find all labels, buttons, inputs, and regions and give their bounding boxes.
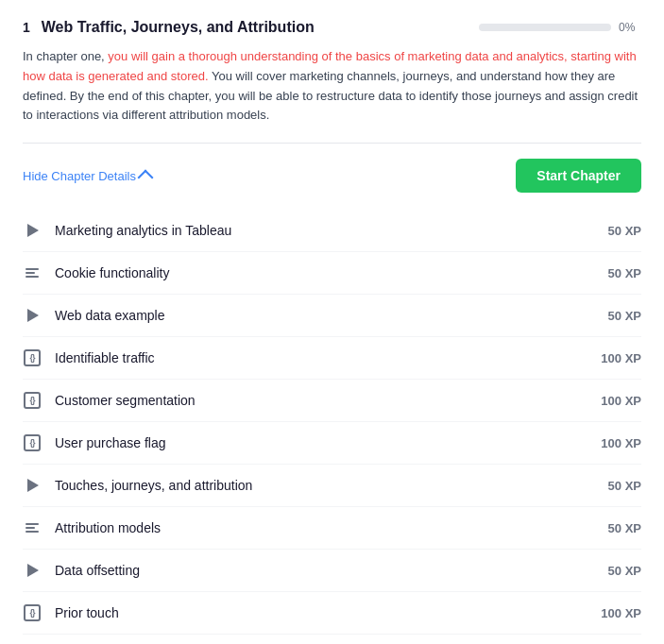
progress-bar-background xyxy=(479,24,611,31)
list-item[interactable]: Identifiable traffic100 XP xyxy=(23,337,641,380)
list-item[interactable]: Touches, journeys, and attribution50 XP xyxy=(23,465,641,507)
lesson-xp: 50 XP xyxy=(585,266,641,280)
list-item[interactable]: Next touch100 XP xyxy=(23,635,641,644)
list-item[interactable]: Cookie functionality50 XP xyxy=(23,252,641,295)
list-item[interactable]: Customer segmentation100 XP xyxy=(23,380,641,422)
play-icon xyxy=(27,479,39,492)
progress-label: 0% xyxy=(619,21,641,34)
lessons-list: Marketing analytics in Tableau50 XPCooki… xyxy=(23,210,641,644)
list-item[interactable]: Prior touch100 XP xyxy=(23,592,641,635)
lesson-name: Attribution models xyxy=(55,520,571,535)
lesson-name: Web data example xyxy=(55,308,571,323)
list-item[interactable]: Web data example50 XP xyxy=(23,295,641,337)
lesson-xp: 50 XP xyxy=(585,479,641,493)
chapter-number: 1 xyxy=(23,20,30,35)
chapter-controls: Hide Chapter Details Start Chapter xyxy=(23,159,641,193)
play-icon xyxy=(27,224,39,237)
lesson-name: Prior touch xyxy=(55,605,571,620)
list-item[interactable]: Data offsetting50 XP xyxy=(23,550,641,592)
lesson-xp: 100 XP xyxy=(585,351,641,365)
lesson-xp: 50 XP xyxy=(585,224,641,238)
toggle-details-label: Hide Chapter Details xyxy=(23,169,136,183)
toggle-details-button[interactable]: Hide Chapter Details xyxy=(23,169,151,183)
list-icon xyxy=(26,268,39,278)
lesson-xp: 50 XP xyxy=(585,521,641,535)
start-chapter-button[interactable]: Start Chapter xyxy=(516,159,641,193)
play-icon xyxy=(27,309,39,322)
lesson-xp: 100 XP xyxy=(585,394,641,408)
lesson-xp: 50 XP xyxy=(585,564,641,578)
section-divider xyxy=(23,143,641,144)
lesson-name: User purchase flag xyxy=(55,435,571,450)
chapter-title: Web Traffic, Journeys, and Attribution xyxy=(42,19,468,36)
progress-container: 0% xyxy=(479,21,641,34)
lesson-name: Marketing analytics in Tableau xyxy=(55,223,571,238)
play-icon xyxy=(27,564,39,577)
chevron-up-icon xyxy=(137,169,153,185)
lesson-name: Data offsetting xyxy=(55,563,571,578)
lesson-xp: 100 XP xyxy=(585,436,641,450)
exercise-icon xyxy=(24,349,41,366)
list-item[interactable]: Marketing analytics in Tableau50 XP xyxy=(23,210,641,252)
chapter-description: In chapter one, you will gain a thorough… xyxy=(23,47,641,126)
lesson-name: Identifiable traffic xyxy=(55,350,571,365)
list-item[interactable]: Attribution models50 XP xyxy=(23,507,641,550)
description-highlight: you will gain a thorough understanding o… xyxy=(23,49,637,83)
exercise-icon xyxy=(24,434,41,451)
list-item[interactable]: User purchase flag100 XP xyxy=(23,422,641,465)
list-icon xyxy=(26,523,39,533)
lesson-name: Customer segmentation xyxy=(55,393,571,408)
lesson-xp: 100 XP xyxy=(585,606,641,620)
exercise-icon xyxy=(24,604,41,621)
lesson-name: Touches, journeys, and attribution xyxy=(55,478,571,493)
lesson-xp: 50 XP xyxy=(585,309,641,323)
exercise-icon xyxy=(24,392,41,409)
lesson-name: Cookie functionality xyxy=(55,265,571,280)
